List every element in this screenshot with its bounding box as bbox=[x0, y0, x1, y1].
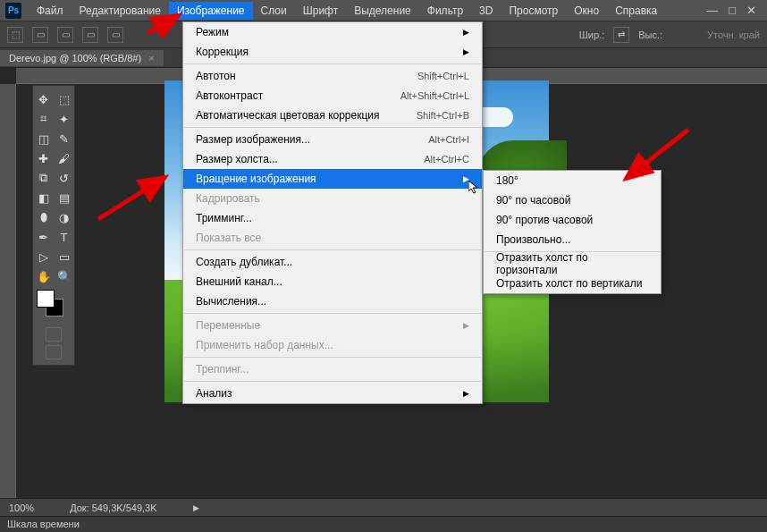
menu-item-label: Переменные bbox=[196, 319, 260, 332]
tool-eyedropper[interactable]: ✎ bbox=[54, 129, 74, 148]
refine-edge-button[interactable]: Уточн. край bbox=[707, 30, 760, 40]
doc-size-arrow-icon[interactable]: ▶ bbox=[193, 503, 199, 512]
zoom-level[interactable]: 100% bbox=[9, 502, 34, 513]
menu-item-label: Анализ bbox=[196, 387, 232, 400]
tools-panel: ✥⬚⌗✦◫✎✚🖌⧉↺◧▤⬮◑✒T▷▭✋🔍 bbox=[32, 85, 75, 366]
menu-шрифт[interactable]: Шрифт bbox=[295, 2, 346, 20]
menu-item-label: Внешний канал... bbox=[196, 275, 282, 288]
image-menu-item: Показать все bbox=[183, 228, 482, 248]
image-menu-item[interactable]: Размер холста...Alt+Ctrl+C bbox=[183, 149, 482, 169]
tool-dodge[interactable]: ◑ bbox=[54, 207, 74, 227]
tool-eraser[interactable]: ◧ bbox=[33, 188, 54, 207]
document-tab[interactable]: Derevo.jpg @ 100% (RGB/8#) × bbox=[0, 50, 164, 66]
tool-brush[interactable]: 🖌 bbox=[54, 148, 74, 168]
menu-shortcut: Alt+Ctrl+C bbox=[424, 154, 469, 165]
tool-zoom[interactable]: 🔍 bbox=[54, 266, 74, 286]
menu-item-label: Показать все bbox=[196, 232, 261, 244]
menu-separator bbox=[184, 357, 481, 358]
tool-history-brush[interactable]: ↺ bbox=[54, 168, 74, 188]
tool-stamp[interactable]: ⧉ bbox=[33, 168, 54, 188]
menu-файл[interactable]: Файл bbox=[29, 2, 72, 20]
menubar: Ps ФайлРедактированиеИзображениеСлоиШриф… bbox=[0, 0, 767, 21]
menu-справка[interactable]: Справка bbox=[607, 2, 665, 20]
menu-слои[interactable]: Слои bbox=[253, 2, 295, 20]
menu-item-label: Создать дубликат... bbox=[196, 256, 292, 268]
image-menu-dropdown: Режим▶Коррекция▶АвтотонShift+Ctrl+LАвток… bbox=[182, 21, 483, 404]
menu-item-label: Размер холста... bbox=[196, 153, 278, 165]
menu-shortcut: Shift+Ctrl+B bbox=[417, 110, 469, 121]
tool-crop[interactable]: ◫ bbox=[33, 129, 54, 148]
image-menu-item[interactable]: Вращение изображения▶ bbox=[183, 169, 482, 189]
tool-magic-wand[interactable]: ✦ bbox=[54, 109, 74, 129]
menu-item-label: 90° по часовой bbox=[496, 194, 570, 207]
quick-mask-button[interactable] bbox=[46, 327, 62, 342]
tool-preset-icon[interactable]: ⬚ bbox=[7, 27, 23, 43]
image-menu-item: Переменные▶ bbox=[183, 316, 482, 335]
menu-редактирование[interactable]: Редактирование bbox=[72, 2, 169, 20]
document-title: Derevo.jpg @ 100% (RGB/8#) bbox=[9, 53, 141, 63]
menu-3d[interactable]: 3D bbox=[471, 2, 501, 20]
rotate-submenu-item[interactable]: 90° по часовой bbox=[484, 190, 661, 210]
tool-marquee[interactable]: ⬚ bbox=[54, 89, 74, 109]
screen-mode-button[interactable] bbox=[46, 345, 62, 359]
tool-blur[interactable]: ⬮ bbox=[33, 207, 54, 227]
menu-item-label: Коррекция bbox=[196, 46, 249, 58]
selection-add-icon[interactable]: ▭ bbox=[57, 27, 73, 43]
close-button[interactable]: ✕ bbox=[746, 4, 756, 17]
menu-item-label: Применить набор данных... bbox=[196, 339, 333, 351]
image-menu-item[interactable]: Анализ▶ bbox=[183, 384, 482, 403]
menu-просмотр[interactable]: Просмотр bbox=[501, 2, 566, 20]
submenu-arrow-icon: ▶ bbox=[463, 321, 469, 330]
menu-item-label: Автотон bbox=[196, 70, 236, 82]
tool-spot-heal[interactable]: ✚ bbox=[33, 148, 54, 168]
menu-item-label: 180° bbox=[496, 174, 518, 187]
rotate-submenu-item[interactable]: 180° bbox=[484, 171, 661, 190]
menu-item-label: Вычисления... bbox=[196, 295, 266, 308]
image-menu-item[interactable]: Создать дубликат... bbox=[183, 252, 482, 272]
selection-intersect-icon[interactable]: ▭ bbox=[107, 27, 123, 43]
image-menu-item[interactable]: Размер изображения...Alt+Ctrl+I bbox=[183, 130, 482, 149]
rotate-submenu: 180°90° по часовой90° против часовойПрои… bbox=[483, 170, 662, 294]
close-tab-icon[interactable]: × bbox=[148, 53, 154, 63]
image-menu-item[interactable]: АвтоконтрастAlt+Shift+Ctrl+L bbox=[183, 86, 482, 106]
image-menu-item[interactable]: Вычисления... bbox=[183, 291, 482, 311]
image-menu-item[interactable]: Тримминг... bbox=[183, 208, 482, 228]
menu-выделение[interactable]: Выделение bbox=[346, 2, 419, 20]
swap-dimensions-icon[interactable]: ⇄ bbox=[613, 27, 629, 43]
menu-изображение[interactable]: Изображение bbox=[169, 2, 253, 20]
color-swatch[interactable] bbox=[33, 286, 74, 325]
menu-item-label: Тримминг... bbox=[196, 212, 252, 224]
menu-item-label: Отразить холст по горизонтали bbox=[496, 251, 648, 276]
menu-фильтр[interactable]: Фильтр bbox=[419, 2, 471, 20]
image-menu-item[interactable]: АвтотонShift+Ctrl+L bbox=[183, 66, 482, 86]
image-menu-item[interactable]: Коррекция▶ bbox=[183, 42, 482, 62]
timeline-panel[interactable]: Шкала времени bbox=[0, 516, 767, 532]
rotate-submenu-item[interactable]: Отразить холст по горизонтали bbox=[484, 254, 661, 274]
minimize-button[interactable]: — bbox=[706, 4, 718, 17]
image-menu-item[interactable]: Режим▶ bbox=[183, 22, 482, 42]
rotate-submenu-item[interactable]: Произвольно... bbox=[484, 230, 661, 249]
tool-move[interactable]: ✥ bbox=[33, 89, 54, 109]
menu-item-label: Размер изображения... bbox=[196, 133, 310, 146]
selection-subtract-icon[interactable]: ▭ bbox=[82, 27, 98, 43]
rotate-submenu-item[interactable]: Отразить холст по вертикали bbox=[484, 274, 661, 293]
tool-gradient[interactable]: ▤ bbox=[54, 188, 74, 207]
maximize-button[interactable]: □ bbox=[729, 4, 736, 17]
image-menu-item[interactable]: Автоматическая цветовая коррекцияShift+C… bbox=[183, 106, 482, 125]
swatch-foreground[interactable] bbox=[37, 290, 55, 308]
submenu-arrow-icon: ▶ bbox=[463, 28, 469, 37]
ruler-vertical bbox=[0, 84, 16, 498]
menu-shortcut: Alt+Ctrl+I bbox=[428, 134, 469, 145]
tool-path-select[interactable]: ▷ bbox=[33, 247, 54, 266]
image-menu-item[interactable]: Внешний канал... bbox=[183, 272, 482, 291]
menu-item-label: Режим bbox=[196, 26, 229, 38]
tool-rectangle[interactable]: ▭ bbox=[54, 247, 74, 266]
tool-lasso[interactable]: ⌗ bbox=[33, 109, 54, 129]
tool-hand[interactable]: ✋ bbox=[33, 266, 54, 286]
menu-separator bbox=[184, 381, 481, 382]
menu-окно[interactable]: Окно bbox=[566, 2, 607, 20]
rotate-submenu-item[interactable]: 90° против часовой bbox=[484, 210, 661, 230]
selection-new-icon[interactable]: ▭ bbox=[32, 27, 48, 43]
tool-pen[interactable]: ✒ bbox=[33, 227, 54, 247]
tool-type[interactable]: T bbox=[54, 227, 74, 247]
